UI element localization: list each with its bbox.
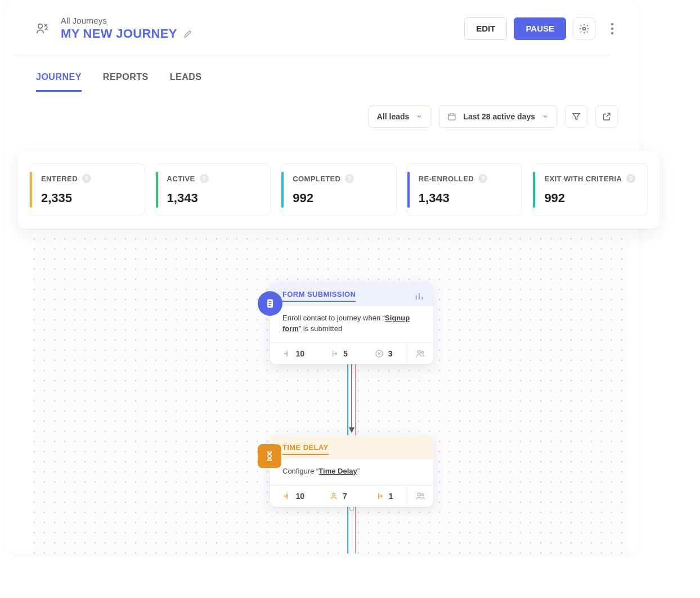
edit-title-icon[interactable] <box>183 29 193 39</box>
metric-failed[interactable]: 3 <box>361 343 406 364</box>
external-link-icon <box>602 111 612 122</box>
node-title: TIME DELAY <box>282 443 329 455</box>
stat-value: 992 <box>293 191 385 206</box>
users-icon <box>415 491 426 501</box>
svg-rect-5 <box>448 114 455 120</box>
stat-card-entered[interactable]: ENTERED? 2,335 <box>29 163 145 216</box>
exit-icon <box>374 492 384 501</box>
node-title: FORM SUBMISSION <box>282 290 356 302</box>
node-description: Configure “Time Delay” <box>270 459 433 485</box>
metric-active[interactable]: 7 <box>316 486 361 506</box>
help-icon[interactable]: ? <box>200 174 209 183</box>
stat-value: 1,343 <box>419 191 511 206</box>
breadcrumb[interactable]: All Journeys <box>61 16 193 25</box>
date-filter-label: Last 28 active days <box>463 112 535 121</box>
person-icon <box>329 492 338 501</box>
leads-filter-label: All leads <box>377 112 410 121</box>
metric-exited[interactable]: 5 <box>316 343 361 364</box>
svg-point-2 <box>611 23 613 25</box>
metric-exited[interactable]: 1 <box>361 486 406 506</box>
leads-filter-select[interactable]: All leads <box>369 105 432 128</box>
metric-entered[interactable]: 10 <box>270 343 316 364</box>
stat-card-exit-criteria[interactable]: EXIT WITH CRITERIA? 992 <box>532 163 648 216</box>
users-icon <box>415 349 426 359</box>
svg-point-19 <box>421 494 423 496</box>
enter-icon <box>281 349 291 358</box>
tab-journey[interactable]: JOURNEY <box>36 72 82 92</box>
metric-entered[interactable]: 10 <box>270 486 316 506</box>
more-button[interactable] <box>602 17 622 40</box>
node-time-delay[interactable]: TIME DELAY Configure “Time Delay” 10 7 <box>270 435 433 507</box>
svg-point-17 <box>333 493 335 496</box>
help-icon[interactable]: ? <box>345 174 354 183</box>
chevron-down-icon <box>542 113 549 120</box>
svg-point-3 <box>611 27 613 29</box>
svg-point-15 <box>418 350 420 353</box>
funnel-icon <box>571 111 581 122</box>
svg-point-1 <box>583 27 586 30</box>
node-users-button[interactable] <box>406 343 433 364</box>
stats-panel: ENTERED? 2,335 ACTIVE? 1,343 COMPLETED? … <box>18 151 659 229</box>
svg-point-18 <box>418 493 420 496</box>
help-icon[interactable]: ? <box>82 174 91 183</box>
more-vertical-icon <box>611 23 614 35</box>
filter-button[interactable] <box>565 105 587 128</box>
stat-card-reenrolled[interactable]: RE-ENROLLED? 1,343 <box>407 163 523 216</box>
enter-icon <box>281 492 291 501</box>
svg-point-0 <box>38 24 42 28</box>
settings-button[interactable] <box>573 17 595 40</box>
hourglass-icon <box>258 444 281 468</box>
calendar-icon <box>447 112 456 121</box>
pause-button[interactable]: PAUSE <box>514 17 566 40</box>
date-filter-select[interactable]: Last 28 active days <box>439 105 557 128</box>
tab-leads[interactable]: LEADS <box>170 72 202 92</box>
exit-icon <box>329 349 339 358</box>
edit-button[interactable]: EDIT <box>464 17 507 40</box>
gear-icon <box>578 23 590 34</box>
node-users-button[interactable] <box>406 485 433 507</box>
node-form-submission[interactable]: FORM SUBMISSION Enroll contact to journe… <box>270 282 433 364</box>
node-description: Enroll contact to journey when “Signup f… <box>270 306 433 342</box>
tab-reports[interactable]: REPORTS <box>103 72 149 92</box>
chevron-down-icon <box>416 113 423 120</box>
form-icon <box>258 291 282 316</box>
stat-value: 2,335 <box>41 191 133 206</box>
bar-chart-icon[interactable] <box>414 291 424 301</box>
stat-value: 1,343 <box>167 191 259 206</box>
help-icon[interactable]: ? <box>626 174 635 183</box>
svg-point-12 <box>349 506 354 511</box>
svg-point-16 <box>421 351 423 354</box>
page-title: MY NEW JOURNEY <box>61 26 177 41</box>
stat-card-completed[interactable]: COMPLETED? 992 <box>281 163 397 216</box>
help-icon[interactable]: ? <box>478 174 487 183</box>
open-external-button[interactable] <box>595 105 618 128</box>
stat-value: 992 <box>544 191 636 206</box>
fail-icon <box>375 349 384 358</box>
stat-card-active[interactable]: ACTIVE? 1,343 <box>155 163 271 216</box>
svg-point-4 <box>611 32 613 34</box>
journey-icon <box>34 20 51 37</box>
